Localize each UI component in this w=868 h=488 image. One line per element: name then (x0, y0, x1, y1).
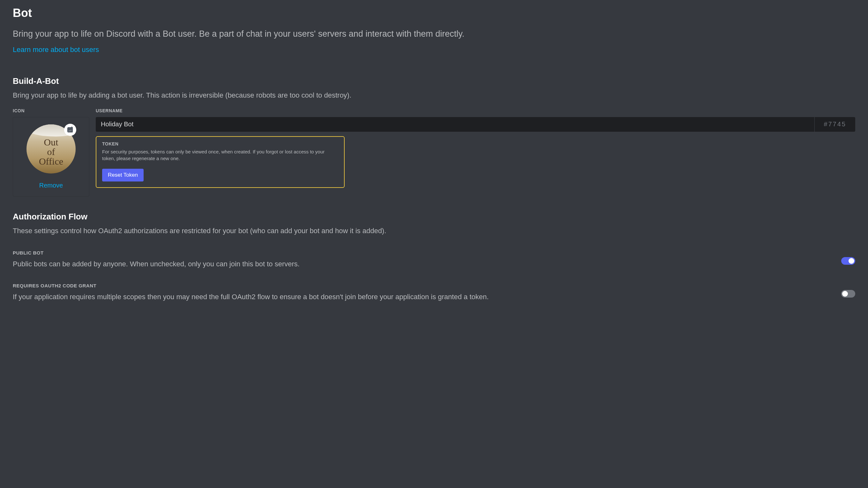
icon-label: ICON (13, 108, 89, 113)
build-a-bot-description: Bring your app to life by adding a bot u… (13, 90, 855, 100)
auth-flow-description: These settings control how OAuth2 author… (13, 226, 855, 236)
icon-upload-box[interactable]: Out of Office Remove (13, 117, 89, 196)
auth-flow-title: Authorization Flow (13, 212, 855, 222)
reset-token-button[interactable]: Reset Token (102, 169, 144, 182)
oauth2-grant-description: If your application requires multiple sc… (13, 292, 841, 302)
public-bot-toggle[interactable] (841, 257, 855, 265)
token-label: TOKEN (102, 141, 338, 147)
token-box: TOKEN For security purposes, tokens can … (96, 136, 345, 188)
remove-icon-link[interactable]: Remove (39, 182, 63, 189)
oauth2-grant-toggle[interactable] (841, 290, 855, 298)
discriminator: #7745 (814, 117, 855, 132)
avatar-text-line2: Office (39, 157, 63, 166)
build-a-bot-title: Build-A-Bot (13, 76, 855, 86)
public-bot-label: PUBLIC BOT (13, 250, 841, 256)
public-bot-description: Public bots can be added by anyone. When… (13, 259, 841, 269)
page-description: Bring your app to life on Discord with a… (13, 27, 855, 40)
page-title: Bot (13, 6, 855, 20)
username-label: USERNAME (96, 108, 855, 113)
oauth2-grant-label: REQUIRES OAUTH2 CODE GRANT (13, 283, 841, 288)
learn-more-link[interactable]: Learn more about bot users (13, 45, 99, 54)
avatar-text-line1: Out of (39, 137, 63, 157)
username-input[interactable] (96, 117, 814, 132)
token-description: For security purposes, tokens can only b… (102, 148, 338, 162)
upload-image-icon[interactable] (64, 124, 76, 136)
